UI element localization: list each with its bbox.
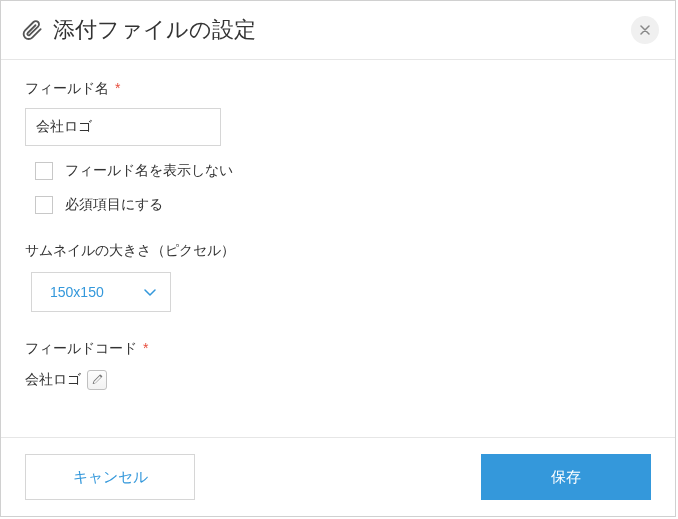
required-field-label: 必須項目にする — [65, 196, 163, 214]
checkbox-icon — [35, 162, 53, 180]
thumbnail-size-select[interactable]: 150x150 — [31, 272, 171, 312]
field-name-group: フィールド名 * フィールド名を表示しない 必須項目にする — [25, 80, 651, 214]
dialog-body: フィールド名 * フィールド名を表示しない 必須項目にする サムネイルの大きさ（… — [1, 60, 675, 437]
dialog-footer: キャンセル 保存 — [1, 437, 675, 516]
hide-field-name-checkbox[interactable]: フィールド名を表示しない — [35, 162, 651, 180]
paperclip-icon — [21, 19, 43, 41]
field-name-label: フィールド名 * — [25, 80, 651, 98]
checkbox-icon — [35, 196, 53, 214]
edit-field-code-button[interactable] — [87, 370, 107, 390]
pencil-icon — [92, 373, 103, 388]
attachment-settings-dialog: 添付ファイルの設定 フィールド名 * フィールド名を表示しない 必須項目にする — [0, 0, 676, 517]
thumbnail-size-value: 150x150 — [50, 284, 104, 300]
required-field-checkbox[interactable]: 必須項目にする — [35, 196, 651, 214]
hide-field-name-label: フィールド名を表示しない — [65, 162, 233, 180]
close-button[interactable] — [631, 16, 659, 44]
close-icon — [640, 22, 650, 38]
required-mark: * — [115, 80, 120, 96]
field-name-input[interactable] — [25, 108, 221, 146]
field-code-label: フィールドコード * — [25, 340, 651, 358]
field-name-label-text: フィールド名 — [25, 80, 109, 96]
field-code-label-text: フィールドコード — [25, 340, 137, 356]
field-code-value: 会社ロゴ — [25, 371, 81, 389]
field-code-row: 会社ロゴ — [25, 370, 651, 390]
cancel-button[interactable]: キャンセル — [25, 454, 195, 500]
thumbnail-size-label: サムネイルの大きさ（ピクセル） — [25, 242, 651, 260]
save-button[interactable]: 保存 — [481, 454, 651, 500]
chevron-down-icon — [144, 283, 156, 301]
required-mark: * — [143, 340, 148, 356]
dialog-header: 添付ファイルの設定 — [1, 1, 675, 60]
dialog-title: 添付ファイルの設定 — [53, 15, 631, 45]
